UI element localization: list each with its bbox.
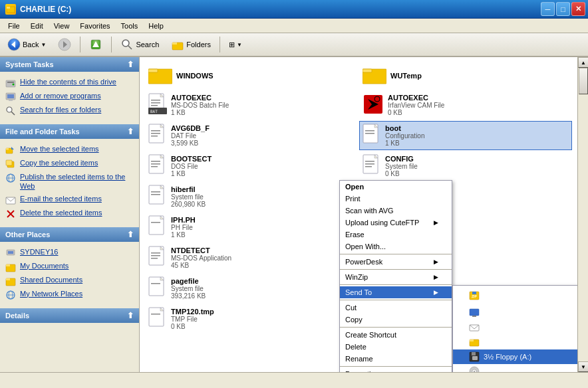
file-details: CONFIG System file 0 KB <box>385 155 418 177</box>
toolbar-separator-2 <box>111 37 112 52</box>
other-places-collapse: ⬆ <box>127 230 134 239</box>
menu-favorites[interactable]: Favorites <box>74 21 115 31</box>
delete-items-link[interactable]: Delete the selected items <box>3 207 136 221</box>
publish-web-link[interactable]: Publish the selected items to the Web <box>3 171 136 193</box>
ctx-rename[interactable]: Rename <box>340 353 452 365</box>
sub-desktop[interactable]: Desktop (create shortcut) <box>453 306 577 320</box>
file-item-avg6db[interactable]: AVG6DB_F DAT File 3,599 KB <box>145 121 358 150</box>
file-item-hiberfil[interactable]: hiberfil System file 260,980 KB <box>145 182 358 211</box>
move-items-link[interactable]: Move the selected items <box>3 143 136 157</box>
scroll-down-button[interactable]: ▼ <box>578 361 588 372</box>
network-places-icon <box>5 290 16 300</box>
svg-point-8 <box>122 40 129 47</box>
file-area[interactable]: WINDOWS WUTemp <box>140 57 577 372</box>
ctx-winzip[interactable]: WinZip ▶ <box>340 271 452 283</box>
menu-tools[interactable]: Tools <box>116 21 144 31</box>
maximize-button[interactable]: □ <box>556 2 570 16</box>
folders-button[interactable]: Folders <box>166 35 216 54</box>
up-button[interactable] <box>84 35 107 54</box>
file-details: AUTOEXEC MS-DOS Batch File 1 KB <box>171 94 229 116</box>
network-places-link[interactable]: My Network Places <box>3 288 136 302</box>
file-item-config[interactable]: CONFIG System file 0 KB <box>359 151 572 181</box>
svg-rect-31 <box>8 251 13 254</box>
file-name: AUTOEXEC <box>388 94 444 102</box>
ctx-erase[interactable]: Erase <box>340 229 452 241</box>
scroll-track[interactable] <box>578 68 588 361</box>
menu-help[interactable]: Help <box>143 21 169 31</box>
system-tasks-header[interactable]: System Tasks ⬆ <box>0 57 139 72</box>
file-name: CONFIG <box>385 155 418 163</box>
ctx-powerdesk[interactable]: PowerDesk ▶ <box>340 256 452 268</box>
hide-contents-link[interactable]: Hide the contents of this drive <box>3 76 136 90</box>
ctx-properties[interactable]: Properties <box>340 368 452 372</box>
file-type: System file <box>171 285 206 292</box>
file-name: WINDOWS <box>176 72 214 80</box>
sys-file-icon <box>148 185 167 209</box>
file-item-tmp120[interactable]: TMP120.tmp TMP File 0 KB <box>145 304 358 334</box>
details-section: Details ⬆ <box>0 308 139 323</box>
ctx-open[interactable]: Open <box>340 181 452 193</box>
system-tasks-collapse: ⬆ <box>127 60 134 69</box>
menu-file[interactable]: File <box>3 21 25 31</box>
sydney16-link[interactable]: SYDNEY16 <box>3 246 136 260</box>
ctx-delete[interactable]: Delete <box>340 341 452 353</box>
file-type: System file <box>385 163 418 170</box>
sub-compressed[interactable]: ZIP Compressed (zipped) Folder <box>453 286 577 306</box>
ctx-upload-cuteftp[interactable]: Upload using CuteFTP ▶ <box>340 217 452 229</box>
sub-my-documents[interactable]: My Documents <box>453 335 577 349</box>
ctx-upload-label: Upload using CuteFTP <box>345 219 419 227</box>
ctx-print[interactable]: Print <box>340 193 452 205</box>
file-item-autoexec1[interactable]: BAT AUTOEXEC MS-DOS Batch File 1 KB <box>145 90 358 120</box>
send-to-submenu: ZIP Compressed (zipped) Folder Deskt <box>452 285 577 372</box>
file-item-windows[interactable]: WINDOWS <box>145 62 358 89</box>
close-button[interactable]: ✕ <box>571 2 585 16</box>
svg-rect-112 <box>472 316 476 317</box>
my-documents-link[interactable]: My Documents <box>3 260 136 274</box>
other-places-header[interactable]: Other Places ⬆ <box>0 227 139 242</box>
add-remove-link[interactable]: Add or remove programs <box>3 90 136 104</box>
sub-cdrw[interactable]: CD-RW Drive (F:) <box>453 364 577 372</box>
shared-documents-link[interactable]: Shared Documents <box>3 274 136 288</box>
file-item-iphph[interactable]: IPH.PH PH File 1 KB <box>145 213 358 242</box>
vertical-scrollbar[interactable]: ▲ ▼ <box>577 57 588 372</box>
views-button[interactable]: ⊞ ▼ <box>224 35 247 54</box>
svg-rect-87 <box>151 255 160 256</box>
file-name: hiberfil <box>171 185 206 193</box>
file-item-boot[interactable]: boot Configuration 1 KB <box>359 121 572 150</box>
copy-items-link[interactable]: Copy the selected items <box>3 157 136 171</box>
ph-file-icon <box>148 215 167 239</box>
sub-mail[interactable]: Mail Recipient <box>453 320 577 335</box>
file-name: AVG6DB_F <box>171 124 210 132</box>
ctx-cut[interactable]: Cut <box>340 302 452 314</box>
svg-rect-65 <box>151 166 158 167</box>
other-places-label: Other Places <box>5 231 50 239</box>
file-item-bootsect[interactable]: BOOTSECT DOS File 1 KB <box>145 151 358 181</box>
file-folder-header[interactable]: File and Folder Tasks ⬆ <box>0 124 139 139</box>
ctx-send-to[interactable]: Send To ▶ ZIP Compressed (zipped) Folder <box>340 286 452 298</box>
mail-icon <box>469 322 480 333</box>
menu-view[interactable]: View <box>49 21 75 31</box>
back-button[interactable]: Back ▼ <box>3 35 51 54</box>
file-details: pagefile System file 393,216 KB <box>171 277 206 300</box>
ctx-create-shortcut[interactable]: Create Shortcut <box>340 329 452 341</box>
svg-rect-45 <box>151 100 160 101</box>
file-type: MS-DOS Application <box>171 254 231 262</box>
minimize-button[interactable]: ─ <box>541 2 555 16</box>
file-item-wutemp[interactable]: WUTemp <box>359 62 572 89</box>
search-files-link[interactable]: Search for files or folders <box>3 104 136 118</box>
scroll-up-button[interactable]: ▲ <box>578 57 588 68</box>
file-item-pagefile[interactable]: pagefile System file 393,216 KB <box>145 274 358 303</box>
scroll-thumb[interactable] <box>579 68 588 94</box>
details-header[interactable]: Details ⬆ <box>0 308 139 323</box>
sub-floppy[interactable]: 3½ Floppy (A:) <box>453 349 577 364</box>
ctx-open-with[interactable]: Open With... <box>340 241 452 252</box>
search-button[interactable]: Search <box>116 35 164 54</box>
file-item-ntdetect[interactable]: NTDETECT MS-DOS Application 45 KB <box>145 243 358 272</box>
forward-button[interactable] <box>53 35 76 54</box>
ctx-scan-avg[interactable]: Scan with AVG <box>340 205 452 217</box>
menu-edit[interactable]: Edit <box>25 21 49 31</box>
ctx-copy[interactable]: Copy <box>340 314 452 326</box>
svg-rect-13 <box>7 82 14 83</box>
email-items-link[interactable]: E-mail the selected items <box>3 193 136 207</box>
file-item-autoexec2[interactable]: AUTOEXEC IrfanView CAM File 0 KB <box>359 90 572 120</box>
